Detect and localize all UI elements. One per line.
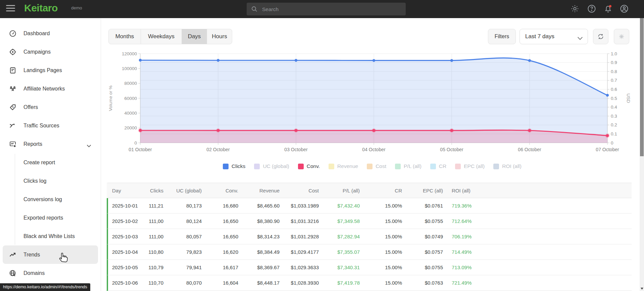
sidebar-item-label: Landings Pages [23, 67, 62, 73]
cell-conv: 16,604 [206, 280, 243, 286]
column-header-cr[interactable]: CR [364, 188, 407, 193]
column-header-uc-global[interactable]: UC (global) [168, 188, 206, 193]
cell-day: 2025-10-06 [108, 280, 147, 286]
cell-clicks: 111,00 [147, 234, 168, 239]
sidebar-item-conversions-log[interactable]: Conversions log [0, 190, 101, 209]
notifications-bell-icon[interactable] [603, 4, 613, 14]
cell-revenue: $8,448.17 [243, 280, 284, 286]
chart-point [450, 59, 453, 62]
cell-p-l-all: $7,355.07 [324, 249, 364, 255]
legend-swatch [455, 164, 461, 169]
sidebar-item-domains[interactable]: Domains [0, 264, 101, 282]
trends-chart: 02000040000600008000010000012000000.10.2… [107, 47, 638, 158]
column-header-conv[interactable]: Conv. [206, 188, 243, 193]
scrollbar-down-arrow[interactable] [641, 288, 643, 290]
scrollbar-thumb[interactable] [640, 18, 644, 156]
search-input[interactable] [261, 3, 404, 16]
column-header-cost[interactable]: Cost [284, 188, 324, 193]
sidebar-item-clicks-log[interactable]: Clicks log [0, 172, 101, 190]
sidebar-item-exported-reports[interactable]: Exported reports [0, 209, 101, 227]
column-header-revenue[interactable]: Revenue [243, 188, 284, 193]
svg-text:100000: 100000 [122, 66, 137, 71]
sidebar-item-reports[interactable]: Reports [0, 135, 101, 153]
dashboard-icon [9, 30, 17, 38]
legend-item-conv[interactable]: Conv. [298, 163, 320, 169]
sidebar-item-traffic-sources[interactable]: Traffic Sources [0, 116, 101, 135]
chart-point [606, 134, 609, 137]
chart-settings-button[interactable] [614, 29, 629, 44]
cell-conv: 16,617 [206, 265, 243, 270]
legend-item-uc-global[interactable]: UC (global) [254, 163, 289, 169]
help-icon[interactable] [587, 4, 597, 14]
refresh-icon [597, 33, 604, 40]
svg-text:06 October: 06 October [518, 147, 541, 152]
sidebar-item-label: Reports [23, 141, 42, 147]
svg-text:20000: 20000 [124, 125, 137, 130]
cell-epc-all: $0.0757 [407, 249, 448, 255]
sidebar-item-landings-pages[interactable]: Landings Pages [0, 61, 101, 79]
date-range-value: Last 7 days [520, 33, 554, 40]
cell-roi-all: 706.19% [448, 234, 632, 239]
reports-icon [9, 140, 17, 148]
tab-months[interactable]: Months [109, 29, 141, 44]
refresh-button[interactable] [593, 29, 608, 44]
cell-roi-all: 714.49% [448, 249, 632, 255]
filters-button[interactable]: Filters [488, 29, 516, 44]
column-header-p-l-all[interactable]: P/L (all) [324, 188, 364, 193]
column-header-epc-all[interactable]: EPC (all) [407, 188, 448, 193]
sidebar-sublist-reports: Create reportClicks logConversions logEx… [0, 153, 101, 245]
chart-point [373, 59, 375, 62]
page-scrollbar [640, 18, 644, 291]
svg-text:0.6: 0.6 [611, 87, 617, 92]
column-header-day[interactable]: Day [108, 188, 147, 193]
table-row-2025-10-01: 2025-10-01111,2180,17316,680$8,465.60$1,… [107, 198, 632, 214]
sidebar-item-label: Exported reports [23, 215, 63, 221]
chevron-down-icon [578, 35, 583, 40]
sidebar-item-affiliate-networks[interactable]: Affiliate Networks [0, 79, 101, 98]
cell-revenue: $8,384.49 [243, 249, 284, 255]
trends-chart-svg: 02000040000600008000010000012000000.10.2… [107, 47, 638, 158]
cell-epc-all: $0.0761 [407, 203, 448, 209]
cell-cr: 15.00% [364, 249, 407, 255]
legend-item-cost[interactable]: Cost [367, 163, 386, 169]
sidebar-item-dashboard[interactable]: Dashboard [0, 24, 101, 43]
svg-text:0.3: 0.3 [611, 114, 617, 119]
column-header-clicks[interactable]: Clicks [147, 188, 168, 193]
sidebar-item-label: Affiliate Networks [23, 86, 65, 92]
cell-day: 2025-10-01 [108, 203, 147, 209]
global-search[interactable] [247, 3, 406, 15]
tab-hours[interactable]: Hours [207, 29, 232, 44]
right-axis-title: USD [626, 94, 631, 103]
sidebar-item-offers[interactable]: $Offers [0, 98, 101, 116]
topbar: Keitaro demo [0, 0, 644, 18]
column-header-roi-all[interactable]: ROI (all) [448, 188, 632, 193]
settings-gear-icon[interactable] [570, 4, 580, 14]
tab-weekdays[interactable]: Weekdays [141, 29, 182, 44]
legend-label: Clicks [232, 163, 245, 169]
legend-item-roi-all[interactable]: ROI (all) [493, 163, 522, 169]
tab-days[interactable]: Days [182, 29, 207, 44]
sidebar-item-trends[interactable]: Trends [3, 245, 98, 264]
cell-epc-all: $0.0755 [407, 265, 448, 270]
cell-uc-global: 80,057 [168, 234, 206, 239]
sidebar-item-black-and-white-lists[interactable]: Black and White Lists [0, 227, 101, 245]
svg-text:60000: 60000 [124, 96, 137, 101]
cell-conv: 16,650 [206, 234, 243, 239]
chart-point [139, 129, 142, 132]
sidebar-item-create-report[interactable]: Create report [0, 153, 101, 172]
hamburger-menu-icon[interactable] [6, 5, 15, 13]
legend-swatch [395, 164, 401, 169]
user-avatar-icon[interactable] [620, 4, 630, 14]
svg-text:0.4: 0.4 [611, 105, 617, 110]
legend-item-epc-all[interactable]: EPC (all) [455, 163, 485, 169]
date-range-dropdown[interactable]: Last 7 days [519, 29, 588, 44]
legend-label: ROI (all) [502, 163, 522, 169]
legend-label: CR [439, 163, 446, 169]
legend-item-revenue[interactable]: Revenue [329, 163, 358, 169]
svg-text:03 October: 03 October [284, 147, 308, 152]
table-row-2025-10-05: 2025-10-05110,7979,94116,617$8,369.67$1,… [107, 260, 632, 275]
legend-item-p-l-all[interactable]: P/L (all) [395, 163, 422, 169]
sidebar-item-campaigns[interactable]: Campaigns [0, 43, 101, 61]
legend-item-cr[interactable]: CR [430, 163, 446, 169]
legend-item-clicks[interactable]: Clicks [223, 163, 245, 169]
